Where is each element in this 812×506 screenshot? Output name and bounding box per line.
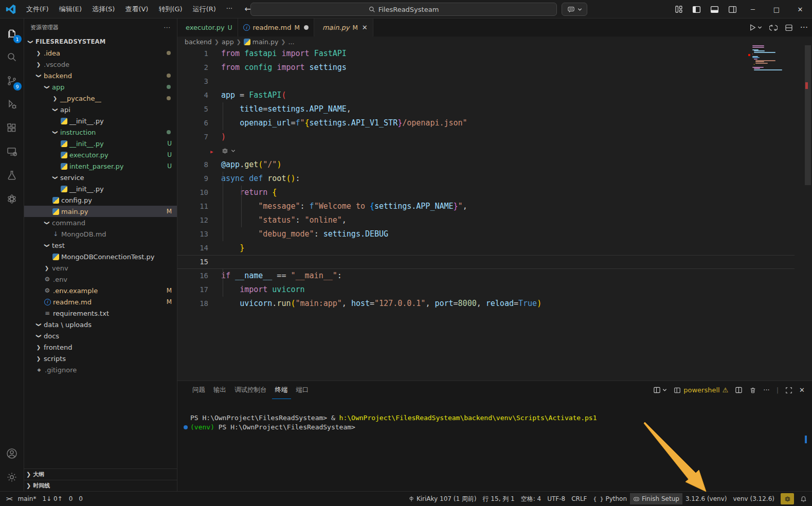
tree-item-main.py[interactable]: main.pyM [24,206,177,217]
code-line[interactable]: 14 } [177,241,812,255]
copilot-chat-button[interactable] [562,3,587,16]
tree-item-__init__.py[interactable]: __init__.pyU [24,138,177,149]
tree-item-__init__.py[interactable]: __init__.py [24,183,177,194]
tree-item-app[interactable]: ❯app [24,81,177,93]
tree-item-.env.example[interactable]: ⚙.env.exampleM [24,285,177,296]
tree-item-instruction[interactable]: ❯instruction [24,127,177,138]
code-line[interactable]: 17 import uvicorn [177,283,812,297]
breadcrumb[interactable]: backend❯app❯main.py❯... [177,37,812,47]
tree-item-FILESREADSYSTEAM[interactable]: ❯FILESREADSYSTEAM [24,36,177,47]
split-terminal-icon[interactable] [735,386,743,394]
close-button[interactable]: ✕ [788,0,812,19]
tree-item-service[interactable]: ❯service [24,172,177,183]
tree-item-backend[interactable]: ❯backend [24,70,177,81]
status-sync[interactable]: 1↓ 0↑ [39,493,65,504]
explorer-more-actions[interactable]: ··· [164,24,171,31]
toggle-primary-sidebar-icon[interactable] [692,5,701,14]
tree-item-readme.md[interactable]: ireadme.mdM [24,296,177,308]
run-dropdown-icon[interactable] [757,25,762,30]
tree-item-__init__.py[interactable]: __init__.py [24,115,177,127]
activity-account[interactable] [0,442,24,465]
terminal-profile-dropdown-icon[interactable] [662,388,667,392]
customize-layout-icon[interactable] [675,5,683,13]
minimize-button[interactable]: ─ [741,0,765,19]
tree-item-config.py[interactable]: config.py [24,194,177,206]
tree-item-executor.py[interactable]: executor.pyU [24,149,177,160]
minimap[interactable] [752,45,795,72]
panel-tab-2[interactable]: 调试控制台 [231,381,270,399]
tree-item-.vscode[interactable]: ❯.vscode [24,59,177,70]
code-line[interactable]: 9async def root(): [177,172,812,186]
timeline-section[interactable]: ❯时间线 [24,480,177,491]
tree-item-.gitignore[interactable]: ◆.gitignore [24,364,177,375]
breadcrumb-item[interactable]: app [222,38,234,46]
close-tab-icon[interactable]: ✕ [362,24,368,31]
status-python-version[interactable]: 3.12.6 (venv) [682,493,730,504]
maximize-button[interactable]: □ [765,0,788,19]
tree-item-scripts[interactable]: ❯scripts [24,353,177,364]
editor-more-actions[interactable]: ··· [800,23,808,32]
code-line[interactable]: 15 [177,255,812,269]
menu-item[interactable]: 转到(G) [154,3,187,16]
tree-item-MongoDBConnectionTest.py[interactable]: MongoDBConnectionTest.py [24,251,177,262]
code-line[interactable]: 5 title=settings.APP_NAME, [177,102,812,116]
tree-item-venv[interactable]: ❯venv [24,262,177,274]
status-commit-info[interactable]: KiriAky 107 (1 周前) [405,493,480,504]
code-line[interactable]: 8@app.get("/") [177,158,812,172]
toggle-secondary-sidebar-icon[interactable] [728,5,737,14]
activity-ai-tools[interactable] [0,187,24,211]
status-eol[interactable]: CRLF [568,493,590,504]
code-line[interactable]: 12 "status": "online", [177,213,812,227]
code-line[interactable]: 13 "debug_mode": settings.DEBUG [177,227,812,241]
tab-main.py[interactable]: main.pyM✕ [314,19,373,37]
status-encoding[interactable]: UTF-8 [544,493,568,504]
breadcrumb-item[interactable]: backend [185,38,212,46]
code-line[interactable]: 6 openapi_url=f"{settings.API_V1_STR}/op… [177,116,812,130]
panel-tab-3[interactable]: 终端 [272,381,291,399]
tree-item-api[interactable]: ❯api [24,104,177,115]
status-language-mode[interactable]: { }Python [590,493,630,504]
tree-item-intent_parser.py[interactable]: intent_parser.pyU [24,160,177,172]
panel-tab-0[interactable]: 问题 [189,381,208,399]
status-errors[interactable]: 0 [66,493,76,504]
editor-scrollbar[interactable] [805,45,811,185]
activity-search[interactable] [0,45,24,69]
status-warnings[interactable]: 0 [76,493,86,504]
code-line[interactable]: 10 return { [177,186,812,200]
activity-run-debug[interactable] [0,93,24,116]
code-line[interactable]: 1from fastapi import FastAPI [177,47,812,61]
code-line[interactable]: 4app = FastAPI( [177,88,812,102]
tree-item-test[interactable]: ❯test [24,240,177,251]
status-finish-setup[interactable]: Finish Setup [630,493,682,504]
new-terminal-icon[interactable] [653,386,661,394]
breakpoint-icon[interactable]: ▶ [210,145,213,159]
code-line[interactable]: 3 [177,75,812,88]
panel-more-actions[interactable]: ··· [763,386,769,394]
maximize-panel-icon[interactable] [785,387,792,394]
tab-readme.md[interactable]: ireadme.mdM [238,19,314,37]
menu-item[interactable]: 选择(S) [87,3,119,16]
dirty-indicator[interactable] [304,25,309,30]
tree-item-.idea[interactable]: ❯.idea [24,47,177,59]
code-line[interactable]: 16if __name__ == "__main__": [177,269,812,283]
code-line[interactable]: 2from config import settings [177,61,812,75]
menu-item[interactable]: 文件(F) [22,3,53,16]
toggle-panel-icon[interactable] [710,5,719,14]
code-editor[interactable]: 1from fastapi import FastAPI2from config… [177,47,812,365]
menu-item[interactable]: 查看(V) [120,3,153,16]
tree-item-.env[interactable]: ⚙.env [24,274,177,285]
status-branch[interactable]: main* [14,493,39,504]
run-python-file-icon[interactable] [749,24,756,31]
tree-item-datauploads[interactable]: ❯data \ uploads [24,319,177,330]
breadcrumb-item[interactable]: ... [288,38,295,46]
status-cursor-position[interactable]: 行 15, 列 1 [480,493,518,504]
tree-item-MongoDB.md[interactable]: ↓MongoDB.md [24,228,177,240]
activity-extensions[interactable] [0,116,24,140]
kill-terminal-icon[interactable] [749,387,756,394]
open-changes-icon[interactable] [769,24,778,32]
split-editor-icon[interactable] [785,24,793,32]
activity-testing[interactable] [0,164,24,187]
command-center-search[interactable]: FilesReadSysteam [250,3,557,16]
tree-item-docs[interactable]: ❯docs [24,330,177,341]
activity-remote-explorer[interactable] [0,140,24,164]
